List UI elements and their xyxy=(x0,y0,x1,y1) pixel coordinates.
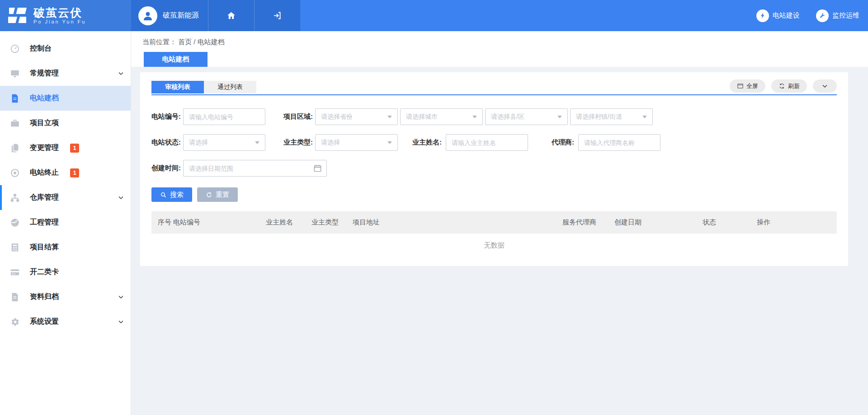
col-actions: 操作 xyxy=(757,218,837,227)
archive-document-icon xyxy=(10,292,20,302)
col-index: 序号 xyxy=(158,218,173,227)
owner-name-label: 业主姓名: xyxy=(412,138,446,147)
caret-down-icon xyxy=(472,116,477,118)
col-owner-type: 业主类型 xyxy=(311,218,353,227)
sidebar-item-open-card[interactable]: 开二类卡 xyxy=(0,260,131,284)
county-select[interactable]: 请选择县/区 xyxy=(485,108,568,125)
nav-station-build[interactable]: 电站建设 xyxy=(756,9,800,22)
avatar xyxy=(138,6,157,25)
owner-type-select[interactable]: 请选择 xyxy=(315,134,398,151)
sidebar-item-general-mgmt[interactable]: 常规管理 xyxy=(0,61,131,86)
sidebar: 控制台 常规管理 电站建档 项目立项 xyxy=(0,31,131,415)
col-station-no: 电站编号 xyxy=(173,218,266,227)
breadcrumb-home-link[interactable]: 首页 xyxy=(178,38,192,46)
user-menu[interactable]: 破茧新能源 xyxy=(131,0,208,31)
col-owner-name: 业主姓名 xyxy=(266,218,311,227)
city-select[interactable]: 请选择城市 xyxy=(400,108,483,125)
caret-down-icon xyxy=(642,116,647,118)
nav-station-build-label: 电站建设 xyxy=(773,11,800,20)
monitor-icon xyxy=(10,69,20,79)
sidebar-item-data-archive[interactable]: 资料归档 xyxy=(0,284,131,309)
caret-down-icon xyxy=(557,116,562,118)
status-badge: 1 xyxy=(70,168,79,177)
tab-review-list[interactable]: 审核列表 xyxy=(151,81,204,93)
briefcase-icon xyxy=(10,118,20,128)
col-service-agent: 服务代理商 xyxy=(562,218,614,227)
breadcrumb-separator: / xyxy=(193,38,195,46)
station-no-input[interactable] xyxy=(183,108,265,125)
stop-record-icon xyxy=(10,168,20,178)
breadcrumb-label: 当前位置： xyxy=(142,38,176,46)
station-status-select[interactable]: 请选择 xyxy=(183,134,265,151)
town-select[interactable]: 请选择村镇/街道 xyxy=(570,108,653,125)
page-tab-station-archive[interactable]: 电站建档 xyxy=(144,52,208,67)
col-project-address: 项目地址 xyxy=(353,218,562,227)
caret-down-icon xyxy=(255,141,259,144)
top-bar: 破茧云伏 Po Jian Yun Fu 破茧新能源 xyxy=(0,0,868,31)
sidebar-item-warehouse-mgmt[interactable]: 仓库管理 xyxy=(0,185,131,210)
lightning-icon xyxy=(756,9,769,22)
sidebar-item-station-archive[interactable]: 电站建档 xyxy=(0,86,131,111)
agent-input[interactable] xyxy=(578,134,660,151)
fullscreen-button[interactable]: 全屏 xyxy=(730,79,765,93)
date-range-input[interactable] xyxy=(183,160,327,177)
gauge-pie-icon xyxy=(10,218,20,228)
tab-passed-list[interactable]: 通过列表 xyxy=(204,81,256,93)
sitemap-icon xyxy=(10,193,20,203)
brand-subtitle: Po Jian Yun Fu xyxy=(33,19,86,24)
owner-type-label: 业主类型: xyxy=(283,138,315,147)
refresh-icon xyxy=(778,83,785,89)
logout-icon xyxy=(273,11,282,20)
sidebar-item-engineering-mgmt[interactable]: 工程管理 xyxy=(0,210,131,235)
home-button[interactable] xyxy=(208,0,254,31)
dashboard-gauge-icon xyxy=(10,44,20,54)
sidebar-item-project-initiation[interactable]: 项目立项 xyxy=(0,111,131,135)
chevron-down-icon xyxy=(118,194,124,201)
status-badge: 1 xyxy=(70,144,79,153)
sidebar-item-system-settings[interactable]: 系统设置 xyxy=(0,309,131,334)
caret-down-icon xyxy=(387,116,392,118)
chevron-down-icon xyxy=(118,318,124,325)
agent-label: 代理商: xyxy=(547,138,578,147)
user-icon xyxy=(142,10,154,22)
rotate-reset-icon xyxy=(206,191,212,198)
empty-state: 无数据 xyxy=(151,233,837,257)
brand-title: 破茧云伏 xyxy=(33,7,86,19)
table-header: 序号 电站编号 业主姓名 业主类型 项目地址 服务代理商 创建日期 状态 操作 xyxy=(151,211,837,233)
main-panel: 审核列表 通过列表 全屏 刷新 xyxy=(140,72,848,266)
sidebar-item-change-mgmt[interactable]: 变更管理 1 xyxy=(0,135,131,160)
refresh-button[interactable]: 刷新 xyxy=(771,79,807,93)
chevron-down-icon xyxy=(118,294,124,300)
sidebar-item-project-settlement[interactable]: 项目结算 xyxy=(0,235,131,260)
document-icon xyxy=(10,93,20,103)
brand-logo: 破茧云伏 Po Jian Yun Fu xyxy=(0,0,131,31)
collapse-button[interactable] xyxy=(813,79,837,93)
bank-card-icon xyxy=(10,267,20,277)
col-status: 状态 xyxy=(703,218,757,227)
caret-down-icon xyxy=(387,141,392,144)
nav-monitor-ops-label: 监控运维 xyxy=(832,11,859,20)
sidebar-item-dashboard[interactable]: 控制台 xyxy=(0,36,131,61)
fullscreen-icon xyxy=(737,83,744,89)
owner-name-input[interactable] xyxy=(446,134,528,151)
gear-icon xyxy=(10,317,20,327)
user-name: 破茧新能源 xyxy=(163,11,199,20)
sidebar-item-station-terminate[interactable]: 电站终止 1 xyxy=(0,160,131,185)
nav-monitor-ops[interactable]: 监控运维 xyxy=(816,9,859,22)
station-status-label: 电站状态: xyxy=(151,138,183,147)
search-button[interactable]: 搜索 xyxy=(151,187,192,202)
region-label: 项目区域: xyxy=(283,112,315,121)
brand-logo-icon xyxy=(6,6,28,26)
wrench-icon xyxy=(816,9,829,22)
breadcrumb: 当前位置： 首页 / 电站建档 xyxy=(131,31,868,52)
col-created-date: 创建日期 xyxy=(614,218,703,227)
home-icon xyxy=(226,11,236,20)
chevron-down-icon xyxy=(118,70,124,77)
calculator-icon xyxy=(10,242,20,252)
province-select[interactable]: 请选择省份 xyxy=(315,108,398,125)
station-no-label: 电站编号: xyxy=(151,112,183,121)
search-icon xyxy=(160,191,167,198)
created-time-label: 创建时间: xyxy=(151,164,183,173)
logout-button[interactable] xyxy=(254,0,300,31)
reset-button[interactable]: 重置 xyxy=(197,187,238,202)
